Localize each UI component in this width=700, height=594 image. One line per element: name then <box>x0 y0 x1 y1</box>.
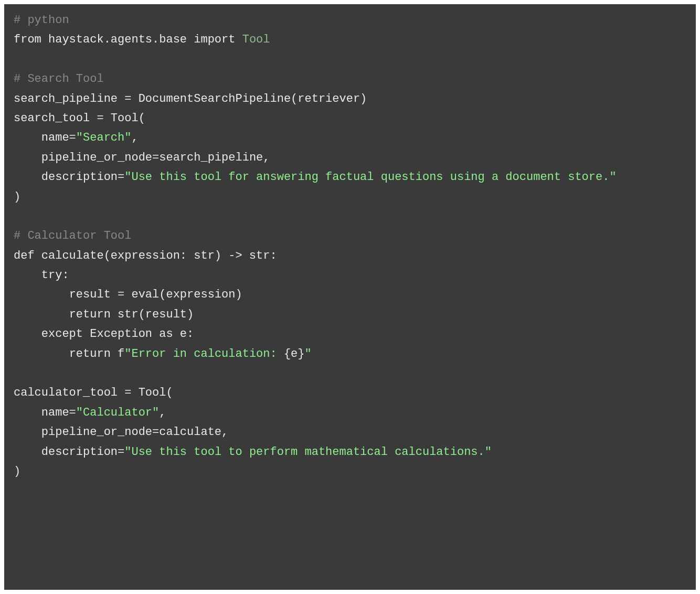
comment-python: # python <box>14 14 69 27</box>
code-line: except Exception as e: <box>14 327 194 341</box>
code-line: description= <box>14 171 124 184</box>
code-line: def calculate(expression: str) -> str: <box>14 249 277 262</box>
keyword-import: import <box>194 33 235 46</box>
module-path: haystack.agents.base <box>41 33 194 46</box>
code-line: name= <box>14 131 76 144</box>
code-line: ) <box>14 190 20 204</box>
code-line: pipeline_or_node=calculate, <box>14 426 228 439</box>
code-line: , <box>159 406 166 419</box>
code-line: search_tool = Tool( <box>14 112 145 125</box>
space <box>235 33 242 46</box>
comment-calculator-tool: # Calculator Tool <box>14 229 131 242</box>
code-line: pipeline_or_node=search_pipeline, <box>14 151 270 164</box>
string-literal: "Search" <box>76 131 132 144</box>
code-line: description= <box>14 445 124 459</box>
fstring-expression: {e} <box>284 347 305 360</box>
string-literal: " <box>305 347 312 360</box>
code-line: name= <box>14 406 76 419</box>
code-line: return f <box>14 347 124 360</box>
code-line: calculator_tool = Tool( <box>14 386 173 399</box>
code-line: result = eval(expression) <box>14 288 242 301</box>
code-line: ) <box>14 465 20 478</box>
code-line: , <box>131 131 138 144</box>
string-literal: "Use this tool for answering factual que… <box>124 171 616 184</box>
class-tool: Tool <box>242 33 270 46</box>
code-line: return str(result) <box>14 308 194 321</box>
string-literal: "Error in calculation: <box>124 347 284 360</box>
keyword-from: from <box>14 33 41 46</box>
string-literal: "Use this tool to perform mathematical c… <box>124 445 492 459</box>
code-line: try: <box>14 269 69 282</box>
code-line: search_pipeline = DocumentSearchPipeline… <box>14 92 367 105</box>
comment-search-tool: # Search Tool <box>14 72 104 86</box>
code-block: # python from haystack.agents.base impor… <box>4 4 696 590</box>
string-literal: "Calculator" <box>76 406 159 419</box>
